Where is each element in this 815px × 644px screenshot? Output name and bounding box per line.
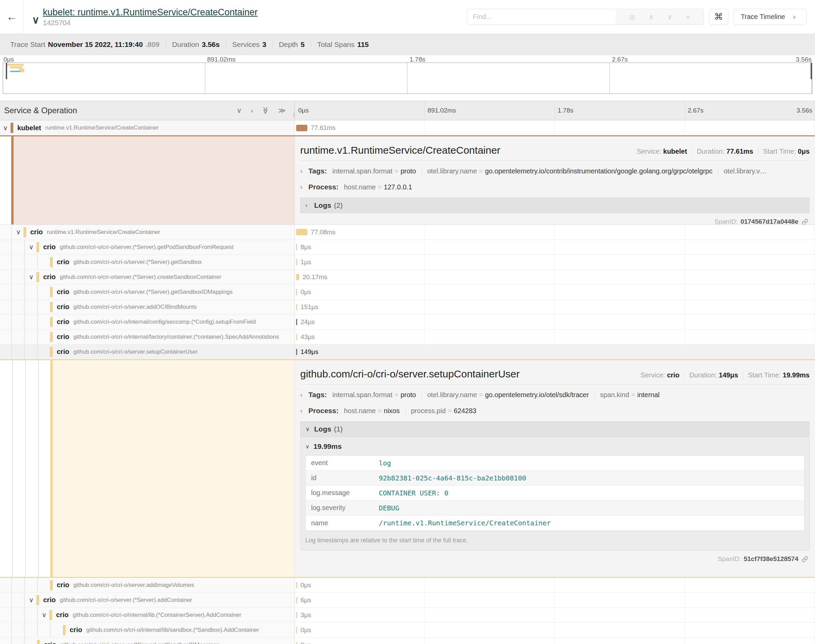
chevron-down-icon[interactable]: ∨	[26, 243, 37, 251]
span-bar[interactable]	[296, 334, 297, 340]
chevron-down-icon[interactable]: ∨	[26, 596, 37, 604]
spanid-label: SpanID:	[718, 555, 741, 563]
operation-name: github.com/cri-o/cri-o/internal/factory/…	[74, 334, 279, 340]
operation-name: github.com/cri-o/cri-o/server.addImageVo…	[74, 582, 194, 589]
tags-row[interactable]: › Tags: internal.span.format=proto otel.…	[300, 389, 810, 400]
chevron-down-icon[interactable]: ∨	[13, 228, 23, 236]
collapse-trace-header-icon[interactable]: ∨	[32, 14, 40, 26]
span-bar[interactable]	[296, 304, 297, 310]
process-item: process.pid=624283	[411, 407, 482, 415]
logs-toggle[interactable]: › Logs (2)	[300, 198, 810, 213]
operation-name: github.com/cri-o/cri-o/internal/config/s…	[74, 319, 256, 325]
span-duration: 0μs	[300, 641, 311, 644]
table-row[interactable]: crio github.com/cri-o/cri-o/internal/fac…	[0, 330, 815, 345]
spanid-label: SpanID:	[714, 218, 738, 224]
next-result-icon[interactable]: ∨	[667, 13, 672, 21]
service-name: crio	[57, 318, 69, 326]
table-row[interactable]: crio github.com/cri-o/cri-o/server.(*Ser…	[0, 285, 815, 299]
table-row[interactable]: crio github.com/cri-o/cri-o/server.addOC…	[0, 299, 815, 314]
chevron-down-icon[interactable]: ∨	[26, 273, 37, 281]
span-bar[interactable]	[296, 244, 297, 250]
trace-services: Services3	[226, 40, 272, 49]
log-fields-table: eventlog id92b82381-025c-4a64-815c-ba2e1…	[305, 455, 804, 531]
clear-find-icon[interactable]: ×	[686, 13, 690, 21]
locate-icon[interactable]: ◎	[629, 13, 635, 21]
span-bar[interactable]	[296, 597, 297, 603]
back-button[interactable]: ←	[0, 0, 24, 34]
expand-all-icon[interactable]: ≫	[278, 106, 286, 115]
service-name: crio	[44, 641, 57, 644]
log-entry-toggle[interactable]: ∨ 19.99ms	[305, 442, 804, 451]
trace-total-spans: Total Spans115	[311, 40, 375, 49]
find-input[interactable]	[467, 9, 616, 25]
table-row[interactable]: ∨ crio github.com/cri-o/cri-o/server.(*S…	[0, 240, 815, 255]
service-color-bar	[63, 625, 66, 635]
service-color-bar	[50, 287, 53, 297]
timeline-minimap[interactable]	[3, 63, 812, 94]
link-icon[interactable]	[802, 556, 808, 563]
span-bar[interactable]	[296, 229, 307, 235]
table-row[interactable]: ∨ kubelet runtime.v1.RuntimeService/Crea…	[0, 120, 815, 136]
trace-duration: Duration3.56s	[165, 40, 226, 49]
service-name: crio	[70, 626, 82, 634]
span-bar[interactable]	[296, 259, 297, 265]
collapse-one-icon[interactable]: ∨	[237, 106, 242, 115]
keyboard-shortcuts-button[interactable]: ⌘	[709, 9, 728, 25]
span-bar[interactable]	[296, 319, 297, 325]
span-bar[interactable]	[296, 582, 297, 588]
process-item: host.name=nixos	[344, 407, 406, 415]
span-duration: 151μs	[300, 303, 318, 311]
table-row[interactable]: ∨ crio github.com/cri-o/cri-o/internal/l…	[0, 608, 815, 623]
span-bar[interactable]	[296, 125, 307, 131]
table-row[interactable]: crio github.com/cri-o/cri-o/server.(*Ser…	[0, 638, 815, 644]
expand-one-icon[interactable]: ›	[251, 106, 253, 115]
tag-item: span.kind=internal	[600, 391, 665, 399]
tags-row[interactable]: › Tags: internal.span.format=proto otel.…	[300, 165, 810, 177]
table-row[interactable]: ∨ crio github.com/cri-o/cri-o/server.(*S…	[0, 593, 815, 608]
minimap-axis: 0μs 891.02ms 1.78s 2.67s 3.56s	[3, 56, 812, 63]
service-name: crio	[57, 258, 69, 266]
span-duration: 77.61ms	[311, 124, 335, 132]
table-row[interactable]: ∨ crio github.com/cri-o/cri-o/server.(*S…	[0, 270, 815, 285]
table-row-selected[interactable]: crio github.com/cri-o/cri-o/server.setup…	[0, 345, 815, 359]
span-duration: 20.17ms	[303, 273, 328, 281]
minimap-left-scrubber[interactable]	[6, 63, 7, 79]
span-detail-panel: github.com/cri-o/cri-o/server.setupConta…	[0, 359, 815, 578]
link-icon[interactable]	[802, 219, 808, 225]
back-arrow-icon: ←	[6, 11, 17, 23]
service-name: crio	[57, 288, 69, 296]
span-bar[interactable]	[296, 627, 297, 633]
command-icon: ⌘	[714, 12, 723, 22]
span-bar[interactable]	[296, 289, 297, 295]
prev-result-icon[interactable]: ∧	[649, 13, 654, 21]
detail-span-title: runtime.v1.RuntimeService/CreateContaine…	[300, 144, 501, 156]
table-row[interactable]: crio github.com/cri-o/cri-o/server.addIm…	[0, 578, 815, 593]
minimap-right-scrubber[interactable]	[810, 63, 812, 79]
chevron-down-icon: ∨	[789, 14, 800, 20]
table-row[interactable]: crio github.com/cri-o/cri-o/server.(*Ser…	[0, 255, 815, 270]
trace-title-link[interactable]: kubelet: runtime.v1.RuntimeService/Creat…	[43, 7, 258, 18]
span-duration: 6μs	[300, 596, 311, 604]
collapse-all-icon[interactable]: ≫	[262, 107, 270, 114]
table-row[interactable]: crio github.com/cri-o/cri-o/internal/con…	[0, 314, 815, 330]
process-row[interactable]: › Process: host.name=127.0.0.1	[300, 181, 810, 193]
service-color-bar	[50, 580, 53, 590]
operation-name: github.com/cri-o/cri-o/server.(*Server).…	[60, 244, 234, 251]
trace-start: Trace StartNovember 15 2022, 11:19:40.80…	[4, 40, 165, 49]
span-bar[interactable]	[296, 274, 299, 280]
chevron-down-icon[interactable]: ∨	[0, 124, 11, 132]
logs-panel: ∨ 19.99ms eventlog id92b82381-025c-4a64-…	[300, 437, 810, 550]
span-bar[interactable]	[296, 612, 297, 618]
find-bar: ◎ ∧ ∨ ×	[467, 9, 704, 25]
logs-toggle[interactable]: ∨ Logs (1)	[300, 421, 810, 437]
service-color-bar	[37, 272, 39, 282]
view-selector-button[interactable]: Trace Timeline ∨	[734, 9, 806, 25]
table-row[interactable]: ∨ crio runtime.v1.RuntimeService/CreateC…	[0, 225, 815, 240]
table-row[interactable]: crio github.com/cri-o/cri-o/internal/lib…	[0, 623, 815, 638]
process-row[interactable]: › Process: host.name=nixos process.pid=6…	[300, 405, 810, 417]
span-bar[interactable]	[296, 642, 297, 644]
operation-name: github.com/cri-o/cri-o/server.(*Server).…	[74, 259, 202, 265]
chevron-down-icon[interactable]: ∨	[39, 611, 49, 619]
span-duration: 8μs	[300, 244, 311, 251]
span-bar[interactable]	[296, 349, 297, 355]
